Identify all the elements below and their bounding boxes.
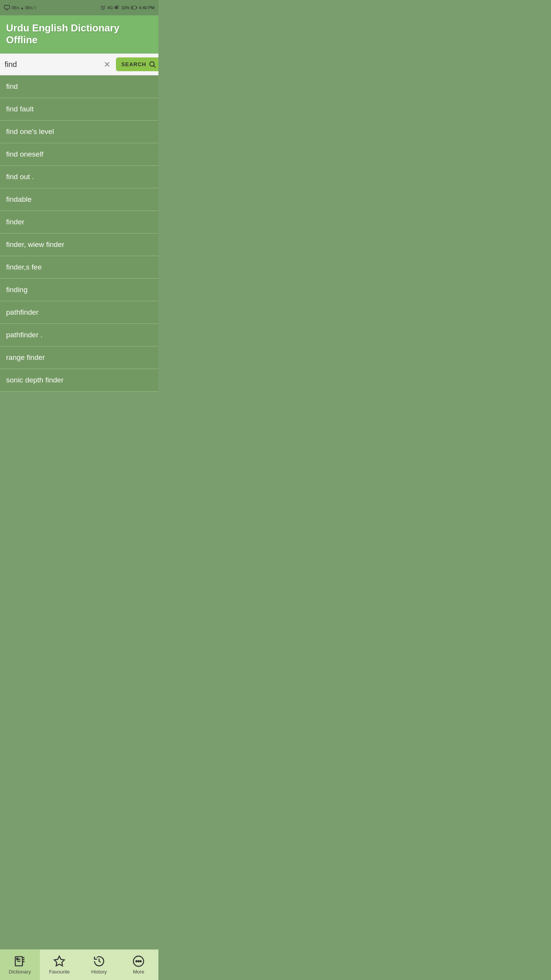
status-right: 4G 10% 4:40 PM	[100, 5, 155, 10]
search-bar: SEARCH	[0, 54, 158, 75]
svg-rect-9	[136, 7, 137, 8]
result-item[interactable]: range finder	[0, 346, 158, 369]
svg-point-13	[150, 62, 154, 66]
svg-rect-4	[115, 7, 116, 9]
time: 4:40 PM	[139, 5, 155, 10]
search-input[interactable]	[5, 60, 101, 69]
status-network: 0B/s ▲ 0B/s ▽	[4, 5, 37, 11]
battery-level: 10%	[121, 5, 130, 10]
result-item[interactable]: find	[0, 75, 158, 98]
result-item[interactable]: finder	[0, 211, 158, 234]
result-item[interactable]: find oneself	[0, 143, 158, 166]
search-button[interactable]: SEARCH	[116, 57, 158, 71]
search-button-label: SEARCH	[121, 61, 146, 67]
result-item[interactable]: find out .	[0, 166, 158, 188]
result-item[interactable]: sonic depth finder	[0, 369, 158, 392]
app-header: Urdu English Dictionary Offline	[0, 15, 158, 54]
app-title: Urdu English Dictionary Offline	[6, 22, 152, 46]
result-item[interactable]: pathfinder	[0, 301, 158, 324]
results-list: findfind faultfind one's levelfind onese…	[0, 75, 158, 422]
svg-rect-5	[116, 6, 117, 9]
result-item[interactable]: finder, wiew finder	[0, 234, 158, 256]
clear-button[interactable]	[101, 59, 113, 70]
svg-rect-7	[118, 5, 119, 9]
result-item[interactable]: find fault	[0, 98, 158, 121]
svg-line-14	[154, 66, 156, 68]
result-item[interactable]: find one's level	[0, 121, 158, 143]
svg-rect-10	[132, 7, 132, 9]
svg-rect-0	[4, 5, 9, 9]
result-item[interactable]: pathfinder .	[0, 324, 158, 346]
result-item[interactable]: findable	[0, 188, 158, 211]
status-bar: 0B/s ▲ 0B/s ▽ 4G 10% 4:40 PM	[0, 0, 158, 15]
result-item[interactable]: finding	[0, 279, 158, 301]
result-item[interactable]: finder,s fee	[0, 256, 158, 279]
svg-rect-6	[117, 5, 117, 9]
